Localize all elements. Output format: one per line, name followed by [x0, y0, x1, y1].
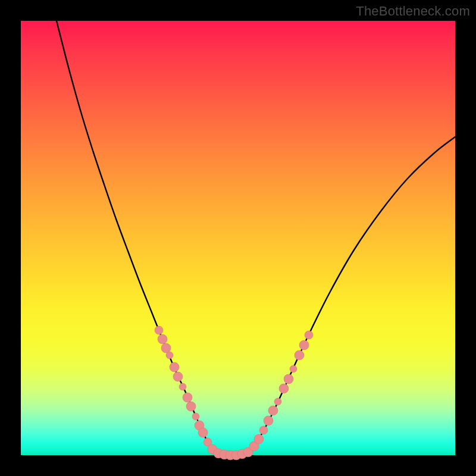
data-marker: [284, 374, 293, 384]
data-marker: [254, 434, 264, 444]
data-marker: [259, 426, 268, 434]
data-marker: [179, 383, 186, 390]
data-marker: [264, 416, 273, 425]
data-marker: [186, 402, 196, 411]
data-marker: [155, 326, 163, 334]
watermark-text: TheBottleneck.com: [356, 4, 470, 19]
data-marker: [158, 334, 167, 344]
data-marker: [268, 406, 278, 415]
data-marker: [161, 343, 171, 353]
data-marker: [305, 331, 313, 339]
data-marker: [299, 340, 309, 350]
data-marker: [166, 352, 173, 359]
data-marker: [173, 372, 183, 381]
data-marker: [290, 365, 297, 372]
data-marker: [192, 413, 199, 420]
marker-group: [155, 326, 313, 460]
data-marker: [274, 398, 281, 405]
data-marker: [279, 384, 289, 393]
curve-svg: [21, 21, 455, 455]
chart-frame: TheBottleneck.com: [0, 0, 476, 476]
data-marker: [198, 428, 208, 437]
plot-area: [21, 21, 455, 455]
data-marker: [170, 362, 179, 372]
data-marker: [295, 350, 304, 360]
data-marker: [183, 393, 192, 402]
bottleneck-curve: [57, 21, 455, 455]
